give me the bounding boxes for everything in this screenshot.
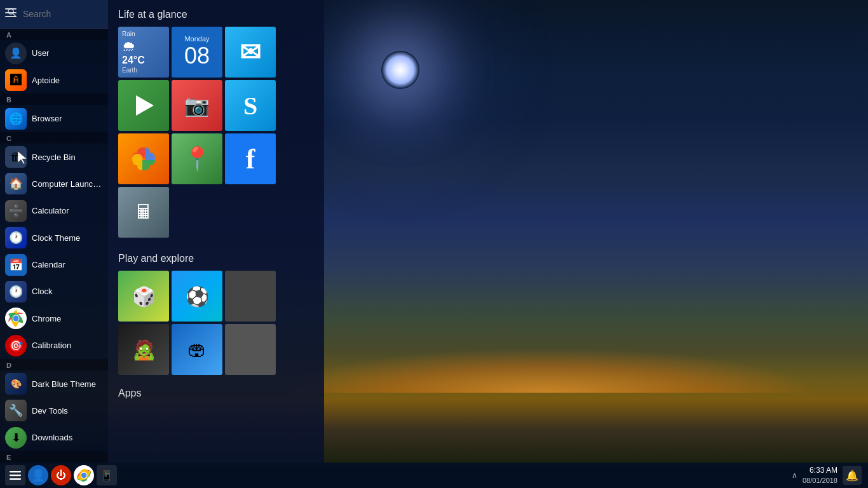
computer-launcher-icon: 🏠 xyxy=(5,173,27,194)
explore-tile-1[interactable]: 🎲 xyxy=(118,271,169,322)
app-taskbar-button[interactable]: 📱 xyxy=(97,465,117,485)
facebook-tile[interactable]: f xyxy=(225,133,276,184)
camera-tile[interactable]: 📷 xyxy=(172,80,222,131)
sidebar-item-clock[interactable]: 🕐 Clock xyxy=(0,278,108,305)
sidebar-item-dark-blue[interactable]: 🎨 Dark Blue Theme xyxy=(0,370,108,397)
svg-point-10 xyxy=(81,473,86,478)
recycle-bin-label: Recycle Bin xyxy=(32,152,76,162)
explore-icon-1: 🎲 xyxy=(132,285,156,308)
explore-tile-3[interactable] xyxy=(225,271,276,322)
chrome-icon xyxy=(5,308,27,329)
chrome-taskbar-button[interactable] xyxy=(74,465,94,485)
sidebar-item-aptoide[interactable]: 🅰 Aptoide xyxy=(0,67,108,93)
explore-tile-2[interactable]: ⚽ xyxy=(172,271,222,322)
sidebar-item-dev-tools[interactable]: 🔧 Dev Tools xyxy=(0,397,108,424)
contacts-icon: 👤 xyxy=(31,468,45,482)
gmail-tile[interactable]: ✉ xyxy=(225,27,276,78)
glance-grid: Rain 🌧 24°C Earth Monday 08 ✉ 📷 S xyxy=(108,27,324,244)
sidebar-item-clock-theme[interactable]: 🕐 Clock Theme xyxy=(0,224,108,251)
browser-label: Browser xyxy=(32,114,62,123)
taskbar-time-display: 6:33 AM 08/01/2018 xyxy=(803,466,837,485)
computer-launcher-label: Computer Launcher xyxy=(32,179,103,189)
taskbar-left: 👤 ⏻ 📱 xyxy=(0,465,117,485)
notification-button[interactable]: 🔔 xyxy=(843,466,862,485)
hamburger-icon xyxy=(10,470,21,481)
dark-blue-label: Dark Blue Theme xyxy=(32,379,96,389)
browser-icon: 🌐 xyxy=(5,108,27,130)
section-letter-b: B xyxy=(0,93,108,105)
cal-num: 08 xyxy=(184,43,210,69)
notification-icon: 🔔 xyxy=(846,470,858,482)
power-taskbar-button[interactable]: ⏻ xyxy=(51,465,71,485)
time-value: 6:33 AM xyxy=(803,466,837,476)
svg-marker-4 xyxy=(136,95,154,116)
sidebar-item-calibration[interactable]: 🎯 Calibration xyxy=(0,332,108,358)
dev-tools-label: Dev Tools xyxy=(32,406,68,416)
sidebar-item-browser[interactable]: 🌐 Browser xyxy=(0,105,108,132)
contacts-taskbar-button[interactable]: 👤 xyxy=(28,465,48,485)
sidebar-item-calendar[interactable]: 📅 Calendar xyxy=(0,251,108,278)
apps-title: Apps xyxy=(108,381,324,403)
maps-tile[interactable]: 📍 xyxy=(172,133,222,184)
taskbar: 👤 ⏻ 📱 ∧ 6:33 AM 08/01/2018 xyxy=(0,463,868,488)
calc2-tile[interactable]: 🖩 xyxy=(118,187,169,238)
recycle-bin-icon: 🗑 xyxy=(5,146,27,168)
skype-tile[interactable]: S xyxy=(225,80,276,131)
section-letter-e: E xyxy=(0,451,108,463)
app-taskbar-icon: 📱 xyxy=(100,470,113,482)
main-panel: Life at a glance Rain 🌧 24°C Earth Monda… xyxy=(108,0,324,463)
section-letter-d: D xyxy=(0,359,108,370)
aptoide-label: Aptoide xyxy=(32,76,60,85)
skype-icon: S xyxy=(243,91,257,121)
sidebar-item-recycle-bin[interactable]: 🗑 Recycle Bin xyxy=(0,144,108,170)
sidebar: A 👤 User 🅰 Aptoide B 🌐 Browser C 🗑 Recyc… xyxy=(0,0,108,463)
clock-theme-icon: 🕐 xyxy=(5,227,27,248)
svg-rect-5 xyxy=(10,471,21,473)
downloads-label: Downloads xyxy=(32,433,72,442)
explore-tile-zombie[interactable]: 🧟 xyxy=(118,324,169,375)
moon-decoration xyxy=(381,51,419,89)
weather-tile[interactable]: Rain 🌧 24°C Earth xyxy=(118,27,169,78)
sidebar-item-user[interactable]: 👤 User xyxy=(0,40,108,67)
svg-point-3 xyxy=(13,316,19,322)
explore-icon-stadium: 🏟 xyxy=(187,339,207,360)
explore-tile-6[interactable] xyxy=(225,324,276,375)
calendar-tile[interactable]: Monday 08 xyxy=(172,27,222,78)
taskbar-right: ∧ 6:33 AM 08/01/2018 🔔 xyxy=(792,466,868,485)
show-hidden-icons-button[interactable]: ∧ xyxy=(792,471,797,480)
life-at-glance-title: Life at a glance xyxy=(108,0,324,27)
sidebar-item-chrome[interactable]: Chrome xyxy=(0,305,108,332)
calibration-label: Calibration xyxy=(32,341,71,350)
explore-tile-stadium[interactable]: 🏟 xyxy=(172,324,222,375)
photos-tile[interactable] xyxy=(118,133,169,184)
dark-blue-icon: 🎨 xyxy=(5,373,27,395)
user-icon: 👤 xyxy=(5,43,27,64)
weather-condition: Rain xyxy=(122,30,135,37)
calculator-icon: ➗ xyxy=(5,200,27,222)
date-value: 08/01/2018 xyxy=(803,476,837,485)
search-input[interactable] xyxy=(23,9,102,19)
clock-theme-label: Clock Theme xyxy=(32,233,80,243)
sidebar-item-downloads[interactable]: ⬇ Downloads xyxy=(0,424,108,451)
calculator-label: Calculator xyxy=(32,206,69,215)
cal-day: Monday xyxy=(184,35,209,43)
clock-label: Clock xyxy=(32,287,53,296)
clock-icon: 🕐 xyxy=(5,281,27,302)
calibration-icon: 🎯 xyxy=(5,335,27,356)
play-icon xyxy=(131,93,156,118)
calendar-icon: 📅 xyxy=(5,254,27,276)
weather-icon: 🌧 xyxy=(122,38,136,55)
power-icon: ⏻ xyxy=(56,470,66,481)
calendar-label: Calendar xyxy=(32,260,65,269)
sidebar-item-calculator[interactable]: ➗ Calculator xyxy=(0,198,108,224)
explore-icon-2: ⚽ xyxy=(186,285,209,308)
weather-location: Earth xyxy=(122,67,137,74)
camera-icon: 📷 xyxy=(184,93,210,118)
dev-tools-icon: 🔧 xyxy=(5,400,27,421)
chrome-taskbar-icon xyxy=(74,466,93,485)
start-button[interactable] xyxy=(5,465,25,485)
section-letter-c: C xyxy=(0,132,108,144)
sidebar-item-computer-launcher[interactable]: 🏠 Computer Launcher xyxy=(0,170,108,197)
play-tile[interactable] xyxy=(118,80,169,131)
hamburger-menu-button[interactable] xyxy=(5,8,17,17)
